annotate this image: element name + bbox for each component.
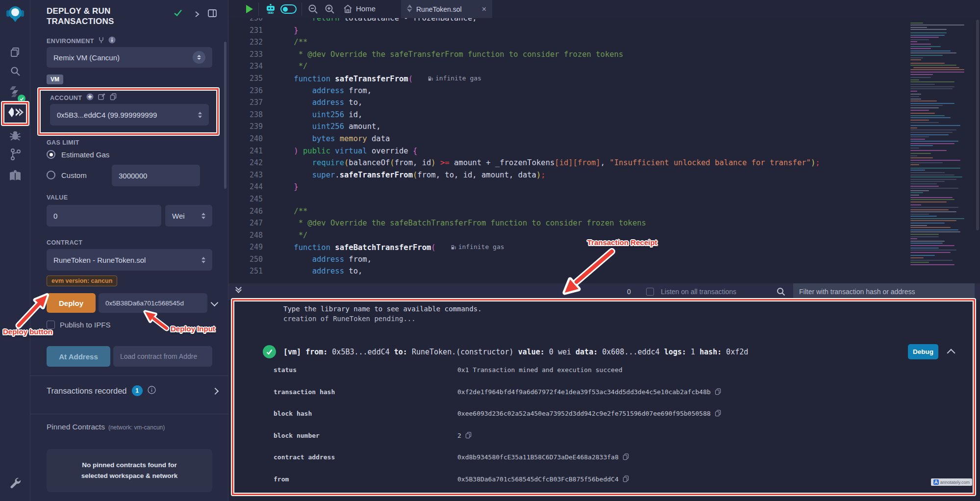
home-tab[interactable]: Home <box>356 4 376 13</box>
estimated-gas-radio[interactable]: Estimated Gas <box>47 150 109 159</box>
add-account-icon[interactable] <box>86 93 94 102</box>
tab-runetoken[interactable]: RuneToken.sol × <box>401 0 492 18</box>
collapse-receipt-icon[interactable] <box>947 349 955 357</box>
git-icon[interactable] <box>0 146 30 163</box>
copy-account-icon[interactable] <box>110 93 117 102</box>
line-number: 250 <box>228 253 276 266</box>
receipt-row: contract address0xd8b934580fcE35a11B58C6… <box>228 453 980 461</box>
remix-logo-icon[interactable] <box>0 4 30 25</box>
line-number: 244 <box>228 181 276 193</box>
divider <box>30 414 228 414</box>
listen-label: Listen on all transactions <box>661 288 736 296</box>
value-unit: Wei <box>172 212 185 220</box>
code-line: 251 address to, <box>228 265 910 277</box>
transactions-expand-icon[interactable] <box>212 388 219 395</box>
contract-label: CONTRACT <box>47 239 82 246</box>
toolbar-separator <box>258 2 259 16</box>
deploy-run-icon[interactable] <box>0 104 30 124</box>
receipt-row-label: contract address <box>274 453 335 461</box>
solidity-compiler-icon[interactable] <box>0 83 30 100</box>
code-line: 240 bytes memory data <box>228 133 910 145</box>
fork-state-icon[interactable] <box>98 37 104 46</box>
copy-icon[interactable] <box>623 476 629 482</box>
search-icon[interactable] <box>0 64 30 78</box>
custom-gas-radio[interactable]: Custom <box>47 171 87 179</box>
deploy-input[interactable]: 0x5B38Da6a701c568545d <box>99 293 207 313</box>
panel-next-icon[interactable] <box>194 10 200 19</box>
estimated-gas-label: Estimated Gas <box>61 150 109 159</box>
transactions-count-badge: 1 <box>132 385 143 396</box>
edit-account-icon[interactable] <box>98 93 105 102</box>
contract-select[interactable]: RuneToken - RuneToken.sol <box>47 249 212 271</box>
panel-scrollbar[interactable] <box>224 42 226 189</box>
debugger-icon[interactable] <box>0 127 30 143</box>
line-number: 234 <box>228 60 276 73</box>
ai-toggle[interactable] <box>280 4 297 14</box>
account-select[interactable]: 0x5B3...eddC4 (99.999999999 <box>50 104 209 125</box>
receipt-row-value: 0xd8b934580fcE35a11B58C6D73aDeE468a2833f… <box>457 453 619 461</box>
run-script-icon[interactable] <box>245 4 253 16</box>
unit-stepper-icon[interactable] <box>201 213 205 219</box>
filter-input[interactable]: Filter with transaction hash or address <box>793 283 975 300</box>
watermark-logo-icon <box>933 479 939 485</box>
copy-icon[interactable] <box>715 388 721 395</box>
line-number: 239 <box>228 121 276 133</box>
copy-icon[interactable] <box>623 453 629 460</box>
deploy-expand-icon[interactable] <box>211 299 219 307</box>
copy-icon[interactable] <box>715 410 721 417</box>
copy-icon[interactable] <box>465 432 472 439</box>
zoom-in-icon[interactable] <box>325 4 335 16</box>
at-address-button[interactable]: At Address <box>47 346 110 367</box>
minimap[interactable] <box>910 18 975 283</box>
environment-stepper-icon[interactable] <box>193 51 205 64</box>
line-number: 246 <box>228 205 276 218</box>
code-line: 238 uint256 id, <box>228 109 910 121</box>
code-line: 248 */ <box>228 229 910 242</box>
terminal-logs: Type the library name to see available c… <box>228 304 980 324</box>
account-label: ACCOUNT <box>50 95 82 101</box>
vm-badge: VM <box>47 75 63 84</box>
publish-ipfs-row[interactable]: Publish to IPFS <box>47 321 110 329</box>
custom-gas-input[interactable]: 3000000 <box>112 165 200 186</box>
code-line: 243 super.safeTransferFrom(from, to, id,… <box>228 169 910 181</box>
code-line: 239 uint256 amount, <box>228 121 910 133</box>
environment-select[interactable]: Remix VM (Cancun) <box>47 47 212 68</box>
zoom-out-icon[interactable] <box>308 4 318 16</box>
radio-unselected-icon[interactable] <box>47 171 55 179</box>
ipfs-checkbox[interactable] <box>47 321 55 329</box>
close-tab-icon[interactable]: × <box>482 5 486 13</box>
deploy-button[interactable]: Deploy <box>47 293 96 313</box>
deploy-input-value: 0x5B38Da6a701c568545d <box>105 300 184 307</box>
code-line: 233 * @dev Override the safeTransferFrom… <box>228 49 910 61</box>
ai-assistant-icon[interactable] <box>265 3 276 17</box>
learneth-book-icon[interactable] <box>0 168 30 184</box>
line-number: 243 <box>228 169 276 181</box>
pin-panel-icon[interactable] <box>208 9 217 19</box>
home-icon[interactable] <box>343 4 352 15</box>
debug-button[interactable]: Debug <box>908 344 938 359</box>
at-address-input[interactable]: Load contract from Addre <box>113 346 212 367</box>
code-editor[interactable]: 230 return totalBalance - frozenBalance;… <box>228 18 980 283</box>
environment-info-icon[interactable] <box>108 36 116 46</box>
listen-checkbox[interactable] <box>646 288 654 296</box>
file-explorer-icon[interactable] <box>0 45 30 60</box>
transactions-info-icon[interactable] <box>148 386 156 396</box>
editor-scrollbar[interactable] <box>976 20 979 230</box>
value-input[interactable]: 0 <box>47 205 161 226</box>
receipt-row-value: 2 <box>457 432 461 439</box>
line-number: 251 <box>228 265 276 277</box>
receipt-summary-text[interactable]: [vm] from: 0x5B3...eddC4 to: RuneToken.(… <box>283 343 750 361</box>
account-stepper-icon[interactable] <box>198 112 202 118</box>
code-line: 250 address from, <box>228 253 910 266</box>
code-line: 232 /** <box>228 36 910 49</box>
value-unit-select[interactable]: Wei <box>165 205 212 226</box>
environment-value: Remix VM (Cancun) <box>53 53 120 62</box>
radio-selected-icon[interactable] <box>47 150 55 159</box>
tab-title: RuneToken.sol <box>416 5 462 13</box>
plugin-manager-icon[interactable] <box>0 475 30 491</box>
contract-stepper-icon[interactable] <box>201 257 205 263</box>
terminal-search-icon[interactable] <box>777 287 785 298</box>
receipt-row-label: block hash <box>274 410 312 417</box>
receipt-row-value: 0xf2de1f964bfd4f9a6d67972f4e1dea39f53ac3… <box>457 388 711 396</box>
collapse-terminal-icon[interactable] <box>236 287 241 292</box>
